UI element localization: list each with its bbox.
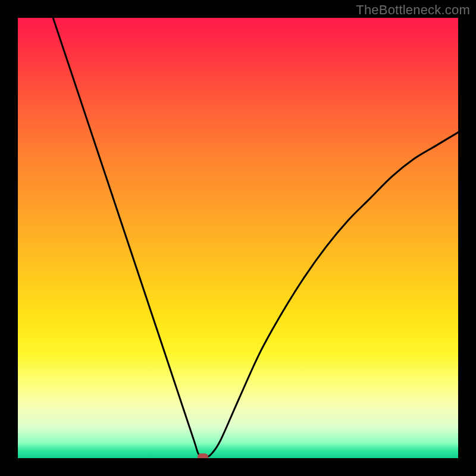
bottleneck-curve bbox=[18, 18, 458, 458]
curve-path bbox=[53, 18, 458, 457]
minimum-marker bbox=[198, 453, 208, 458]
watermark-text: TheBottleneck.com bbox=[356, 2, 470, 18]
chart-frame: TheBottleneck.com bbox=[0, 0, 476, 476]
plot-area bbox=[18, 18, 458, 458]
